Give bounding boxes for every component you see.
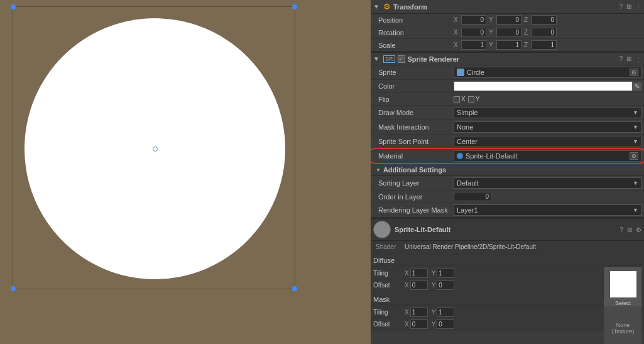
sr-pin-icon[interactable]: ⊞ (626, 55, 631, 62)
draw-mode-dropdown[interactable]: Simple ▼ (454, 107, 641, 118)
mask-interaction-row: Mask Interaction None ▼ (371, 120, 644, 135)
diffuse-texture-preview: Select (604, 267, 641, 311)
rotation-z-group: Z (524, 28, 557, 37)
scale-x-group: X (454, 40, 486, 50)
scale-x-input[interactable] (461, 40, 486, 50)
transform-title: Transform (393, 3, 616, 11)
diffuse-tiling-y-axis: Y (432, 270, 436, 277)
material-field[interactable]: Sprite-Lit-Default ⊙ (454, 150, 641, 162)
position-y-input[interactable] (496, 15, 521, 25)
diffuse-tiling-row: Tiling X Y (373, 267, 641, 279)
rotation-values: X Y Z (454, 28, 641, 37)
scale-y-input[interactable] (496, 40, 521, 50)
additional-settings-header: ▼ Additional Settings (371, 164, 644, 176)
rendering-layer-mask-dropdown[interactable]: Layer1 ▼ (454, 204, 641, 216)
color-label: Color (378, 82, 454, 90)
mat-help-icon[interactable]: ? (619, 226, 623, 233)
flip-y-label[interactable]: Y (468, 96, 480, 103)
flip-label: Flip (378, 96, 454, 103)
diffuse-offset-x-input[interactable] (410, 280, 428, 290)
mask-tiling-x-group: X (405, 308, 428, 317)
canvas-area (13, 6, 295, 289)
material-target-button[interactable]: ⊙ (630, 152, 638, 160)
diffuse-texture-white (610, 271, 636, 297)
diffuse-tiling-x-input[interactable] (410, 269, 428, 278)
mat-pin-icon[interactable]: ⊞ (627, 226, 632, 233)
mask-none-label: None (616, 322, 630, 328)
scale-z-label: Z (524, 42, 530, 48)
flip-x-label[interactable]: X (454, 96, 466, 103)
position-z-input[interactable] (532, 15, 557, 25)
mask-tiling-x-axis: X (405, 309, 409, 316)
mask-offset-y-group: Y (432, 319, 455, 329)
mask-interaction-value: None (457, 123, 473, 131)
flip-x-checkbox[interactable] (454, 96, 460, 103)
sr-help-icon[interactable]: ? (619, 55, 623, 62)
mask-offset-x-group: X (405, 319, 428, 329)
additional-settings-arrow-icon[interactable]: ▼ (376, 167, 381, 173)
draw-mode-label: Draw Mode (378, 109, 454, 116)
rendering-layer-mask-arrow-icon: ▼ (633, 207, 638, 213)
sprite-field[interactable]: Circle ⊙ (454, 67, 641, 78)
sprite-sort-point-dropdown[interactable]: Center ▼ (454, 136, 641, 147)
scale-row: Scale X Y Z (371, 39, 644, 52)
circle-sprite (25, 18, 285, 279)
order-in-layer-row: Order in Layer (371, 191, 644, 203)
mask-interaction-arrow-icon: ▼ (633, 124, 638, 130)
diffuse-tiling-label: Tiling (373, 270, 405, 277)
sr-enabled-checkbox[interactable]: ✓ (398, 55, 405, 63)
diffuse-tiling-y-group: Y (432, 269, 455, 278)
mask-offset-y-axis: Y (432, 321, 436, 328)
transform-menu-icon[interactable]: ⋮ (635, 3, 641, 10)
color-field[interactable] (454, 81, 633, 91)
handle-bottom-left[interactable] (11, 286, 16, 291)
mask-offset-y-input[interactable] (437, 319, 454, 329)
rotation-y-input[interactable] (496, 28, 521, 37)
diffuse-tiling-y-input[interactable] (437, 269, 454, 278)
mask-offset-x-input[interactable] (410, 319, 428, 329)
transform-pin-icon[interactable]: ⊞ (626, 3, 631, 10)
mask-tiling-x-input[interactable] (410, 308, 428, 317)
rotation-z-input[interactable] (532, 28, 557, 37)
transform-collapse-arrow[interactable]: ▼ (373, 3, 381, 11)
sorting-layer-dropdown[interactable]: Default ▼ (454, 177, 641, 189)
handle-top-left[interactable] (11, 4, 16, 9)
diffuse-offset-label: Offset (373, 282, 405, 289)
mask-offset-row: Offset X Y (373, 318, 641, 330)
diffuse-offset-y-input[interactable] (437, 280, 454, 290)
sprite-renderer-body: Sprite Circle ⊙ Color ✎ Flip X (371, 65, 644, 218)
material-icon (457, 153, 463, 159)
handle-bottom-right[interactable] (292, 286, 297, 291)
sorting-layer-label: Sorting Layer (378, 179, 454, 187)
material-section-header: Sprite-Lit-Default ? ⊞ ⚙ (371, 219, 644, 241)
order-in-layer-input[interactable] (454, 192, 491, 201)
draw-mode-value: Simple (457, 109, 478, 116)
sprite-row: Sprite Circle ⊙ (371, 65, 644, 80)
material-value: Sprite-Lit-Default (466, 152, 518, 160)
scale-z-group: Z (524, 40, 557, 50)
sprite-renderer-title: Sprite Renderer (408, 55, 617, 63)
flip-y-checkbox[interactable] (468, 96, 474, 103)
sr-menu-icon[interactable]: ⋮ (635, 55, 641, 62)
mask-interaction-dropdown[interactable]: None ▼ (454, 121, 641, 133)
sprite-target-button[interactable]: ⊙ (630, 69, 638, 76)
handle-top-right[interactable] (292, 4, 297, 9)
scale-z-input[interactable] (532, 40, 557, 50)
position-x-input[interactable] (461, 15, 486, 25)
transform-help-icon[interactable]: ? (619, 3, 623, 10)
rotation-y-group: Y (489, 28, 521, 37)
rotation-z-label: Z (524, 29, 530, 36)
mat-settings-icon[interactable]: ⚙ (636, 226, 641, 233)
diffuse-tiling-x-group: X (405, 269, 428, 278)
rotation-x-input[interactable] (461, 28, 486, 37)
position-z-label: Z (524, 16, 530, 23)
sr-collapse-arrow[interactable]: ▼ (373, 55, 381, 63)
color-edit-button[interactable]: ✎ (633, 82, 641, 91)
additional-settings-title: Additional Settings (383, 166, 446, 174)
diffuse-offset-y-group: Y (432, 280, 455, 290)
shader-row: Shader Universal Render Pipeline/2D/Spri… (371, 241, 644, 253)
mask-tiling-y-input[interactable] (437, 308, 454, 317)
mask-tiling-label: Tiling (373, 309, 405, 316)
position-row: Position X Y Z (371, 14, 644, 26)
position-x-label: X (454, 16, 460, 23)
